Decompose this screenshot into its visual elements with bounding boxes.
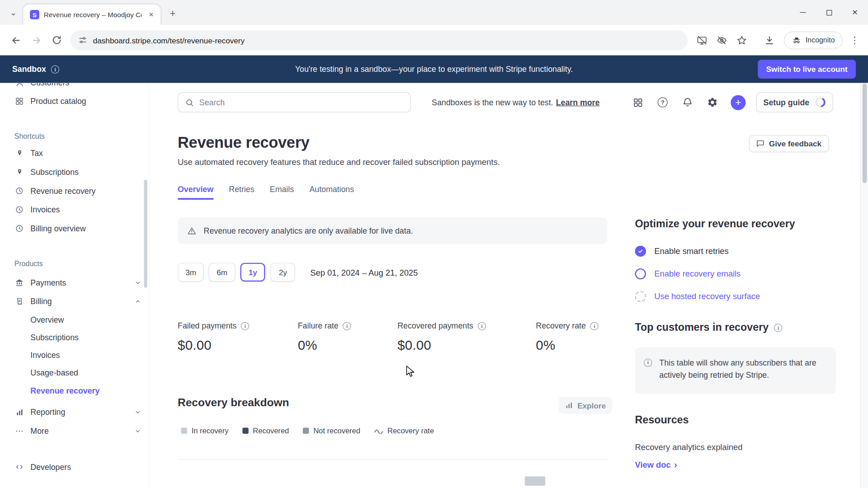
legend-not-recovered[interactable]: Not recovered	[303, 427, 360, 435]
create-button[interactable]: +	[731, 95, 745, 110]
sidebar-item-tax[interactable]: Tax	[0, 144, 149, 163]
checklist-link[interactable]: Use hosted recovery surface	[654, 291, 760, 301]
legend-recovered[interactable]: Recovered	[242, 427, 289, 435]
info-icon[interactable]: i	[774, 324, 782, 332]
explore-button[interactable]: Explore	[559, 397, 613, 414]
range-button-2y[interactable]: 2y	[270, 263, 295, 282]
sidebar-item-payments[interactable]: Payments	[0, 273, 149, 292]
warning-icon	[187, 226, 197, 235]
dashboard-topbar: Sandboxes is the new way to test.Learn m…	[178, 92, 833, 112]
browser-tab[interactable]: S Revenue recovery – Moodjoy Co ✕	[23, 5, 160, 25]
give-feedback-button[interactable]: Give feedback	[749, 135, 829, 152]
info-icon[interactable]: i	[590, 322, 599, 330]
metric-label: Failure rate	[298, 321, 339, 330]
info-icon[interactable]: i	[478, 322, 486, 330]
horizontal-scrollbar-thumb[interactable]	[525, 476, 545, 486]
sidebar-item-label: Customers	[30, 83, 69, 87]
bookmark-button[interactable]	[732, 30, 752, 50]
chevron-down-icon	[135, 409, 142, 416]
clock-icon	[14, 186, 24, 196]
notifications-button[interactable]	[681, 96, 694, 109]
maximize-button[interactable]	[816, 0, 842, 25]
bar-chart-icon	[14, 407, 24, 417]
view-doc-label: View doc	[635, 460, 670, 469]
browser-menu-button[interactable]: ⋮	[847, 30, 862, 50]
sidebar-item-label: Tax	[30, 149, 43, 158]
reload-button[interactable]	[47, 30, 67, 50]
range-button-6m[interactable]: 6m	[209, 263, 235, 282]
minimize-button[interactable]	[790, 0, 816, 25]
learn-more-link[interactable]: Learn more	[556, 98, 600, 107]
recovery-breakdown-title: Recovery breakdown	[178, 396, 289, 409]
sidebar-item-label: Subscriptions	[30, 168, 79, 177]
speech-bubble-icon	[756, 140, 764, 148]
explore-chart-icon	[565, 401, 573, 409]
sidebar-item-billing[interactable]: Billing	[0, 292, 149, 311]
address-bar[interactable]: dashboard.stripe.com/test/revenue-recove…	[71, 30, 688, 50]
star-icon	[736, 35, 747, 46]
sidebar-item-revenue-recovery-shortcut[interactable]: Revenue recovery	[0, 182, 149, 201]
checklist-label: Enable smart retries	[654, 246, 728, 256]
checklist-use-hosted-recovery-surface[interactable]: Use hosted recovery surface	[635, 285, 760, 308]
help-button[interactable]: ?	[656, 96, 669, 109]
info-icon[interactable]: i	[241, 322, 249, 330]
checklist-enable-smart-retries[interactable]: Enable smart retries	[635, 239, 760, 262]
setup-guide-button[interactable]: Setup guide	[756, 92, 833, 112]
resource-item: Recovery analytics explained	[635, 442, 742, 451]
sidebar-item-subscriptions[interactable]: Subscriptions	[0, 163, 149, 182]
checklist-enable-recovery-emails[interactable]: Enable recovery emails	[635, 262, 760, 285]
sidebar-scrollbar-thumb[interactable]	[144, 180, 147, 288]
close-window-button[interactable]: ✕	[842, 0, 868, 25]
tab-retries[interactable]: Retries	[229, 185, 254, 200]
sidebar-item-billing-usage-based[interactable]: Usage-based	[0, 364, 149, 382]
site-settings-icon[interactable]	[78, 35, 88, 45]
sidebar-item-invoices-shortcut[interactable]: Invoices	[0, 200, 149, 219]
sidebar-item-product-catalog[interactable]: Product catalog	[0, 92, 149, 111]
tab-close-icon[interactable]: ✕	[146, 9, 156, 19]
dashed-circle-icon	[635, 291, 646, 301]
apps-grid-button[interactable]	[631, 96, 644, 109]
note-text: This table will show any subscribers tha…	[659, 357, 827, 385]
range-button-3m[interactable]: 3m	[178, 263, 204, 282]
view-doc-link[interactable]: View doc ›	[635, 460, 677, 469]
search-input[interactable]	[199, 98, 404, 107]
sidebar-item-developers[interactable]: Developers	[0, 458, 149, 477]
sidebar-item-billing-overview-child[interactable]: Overview	[0, 311, 149, 328]
sidebar-item-more[interactable]: ⋯ More	[0, 422, 149, 441]
sidebar-item-reporting[interactable]: Reporting	[0, 403, 149, 422]
legend-swatch	[242, 428, 248, 434]
sidebar: Customers Product catalog Shortcuts Tax …	[0, 83, 150, 488]
page-scrollbar	[860, 83, 868, 488]
settings-button[interactable]	[706, 96, 719, 109]
sidebar-item-label: Payments	[30, 278, 66, 287]
chevron-down-icon	[135, 279, 142, 286]
tab-emails[interactable]: Emails	[270, 185, 294, 200]
new-tab-button[interactable]: +	[165, 5, 180, 21]
password-eye-off-button[interactable]	[712, 30, 732, 50]
tab-search-button[interactable]: ⌄	[5, 5, 21, 20]
legend-in-recovery[interactable]: In recovery	[181, 427, 228, 435]
back-button[interactable]	[5, 30, 26, 50]
sidebar-item-billing-subscriptions[interactable]: Subscriptions	[0, 328, 149, 346]
sidebar-item-billing-revenue-recovery[interactable]: Revenue recovery	[0, 382, 149, 399]
switch-to-live-button[interactable]: Switch to live account	[758, 60, 856, 79]
sandbox-info-icon[interactable]: i	[51, 65, 59, 73]
sidebar-item-customers[interactable]: Customers	[0, 83, 149, 92]
page-scrollbar-thumb[interactable]	[862, 84, 867, 183]
search-icon	[185, 98, 194, 107]
metric-value: 0%	[298, 338, 351, 353]
more-dots-icon: ⋯	[14, 426, 24, 436]
range-button-1y[interactable]: 1y	[240, 263, 265, 282]
sidebar-item-billing-invoices[interactable]: Invoices	[0, 347, 149, 364]
sidebar-item-billing-overview[interactable]: Billing overview	[0, 219, 149, 238]
search-box[interactable]	[178, 92, 411, 112]
forward-button[interactable]	[26, 30, 47, 50]
checklist-link[interactable]: Enable recovery emails	[654, 269, 741, 278]
legend-recovery-rate[interactable]: Recovery rate	[374, 427, 434, 435]
screen-share-off-button[interactable]	[692, 30, 712, 50]
tab-overview[interactable]: Overview	[178, 185, 213, 200]
info-icon[interactable]: i	[343, 322, 351, 330]
tab-automations[interactable]: Automations	[309, 185, 354, 200]
downloads-button[interactable]	[760, 30, 779, 50]
metric-recovery-rate: Recovery ratei 0%	[536, 321, 599, 353]
